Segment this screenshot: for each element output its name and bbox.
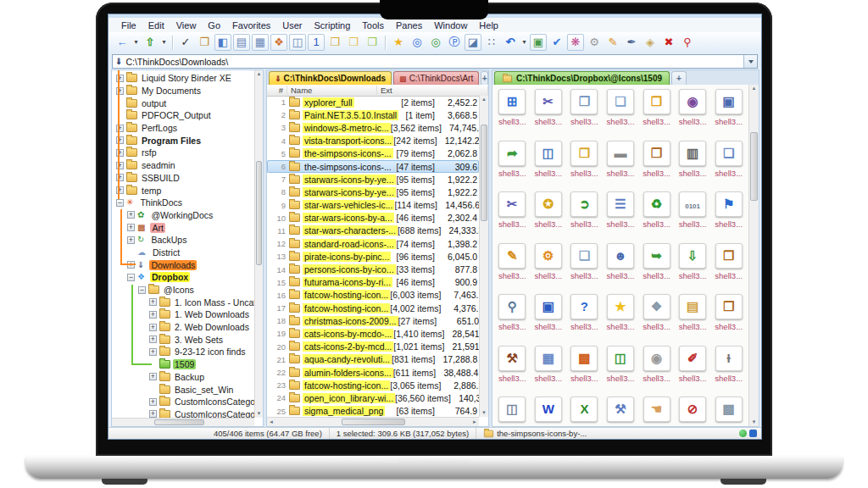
new-tab-button[interactable]: + (481, 71, 488, 85)
tree-expander[interactable]: + (149, 410, 157, 418)
folder-history-button[interactable]: ❒ (326, 34, 343, 51)
check-v-button[interactable]: ✔ (548, 34, 565, 51)
tree-expander[interactable]: + (149, 373, 157, 380)
up-dropdown[interactable]: ▾ (160, 34, 168, 51)
shell-icon-item[interactable]: ❖shell3... (638, 290, 675, 341)
tree-item[interactable]: ☁District (113, 247, 254, 259)
tree-expander[interactable]: − (127, 274, 135, 281)
shell-icon-item[interactable]: ☰shell3... (603, 187, 639, 239)
scroll-up-arrow[interactable]: ▲ (255, 70, 263, 78)
tree-item[interactable]: +PerfLogs (113, 122, 254, 135)
tree-expander[interactable]: + (149, 324, 157, 331)
tree-item[interactable]: +✿@WorkingDocs (113, 209, 254, 222)
up-button[interactable]: ⇧ (142, 34, 159, 51)
file-row[interactable]: 25sigma_medical_png[63 items]764.9 (267, 405, 479, 418)
tree-item[interactable]: −@Icons (113, 284, 254, 297)
address-dropdown-button[interactable] (743, 55, 757, 68)
nav-panel-toggle[interactable]: ◧ (214, 34, 231, 51)
paste-button[interactable]: ❐ (196, 34, 213, 51)
file-row[interactable]: 9star-wars-vehicles-ic...[114 items]14,4… (267, 199, 479, 212)
tree-item[interactable]: +SSBUILD (113, 172, 254, 185)
menu-edit[interactable]: Edit (142, 19, 170, 31)
shell-icon-item[interactable]: ❒shell3... (566, 136, 603, 188)
shell-icon-item[interactable]: ◉shell3... (675, 85, 711, 136)
catalog-target-button[interactable]: ◎ (409, 34, 426, 51)
scroll-right-arrow[interactable]: ► (471, 418, 478, 427)
menu-scripting[interactable]: Scripting (309, 19, 357, 31)
file-row[interactable]: 17fatcow-hosting-icon...[4,002 items]4,3… (267, 302, 479, 314)
tree-expander[interactable]: + (127, 224, 135, 231)
menu-favorites[interactable]: Favorites (226, 19, 276, 31)
scroll-up-arrow[interactable]: ▲ (480, 96, 488, 103)
shell-icon-item[interactable]: ▩shell3... (710, 392, 747, 426)
shell-icon-item[interactable]: ❒shell3... (710, 239, 747, 291)
shell-icon-item[interactable]: ⚒shell3... (494, 341, 531, 393)
folder-button[interactable]: ❒ (345, 34, 362, 51)
tree-item[interactable]: +1. Web Downloads (113, 308, 254, 321)
shell-icon-item[interactable]: ❐shell3... (638, 136, 675, 188)
file-row[interactable]: 11star-wars-characters-...[688 items]24,… (267, 225, 479, 237)
file-row[interactable]: 14persons-icons-by-ico...[33 items]877.8 (267, 263, 479, 275)
shell-icon-item[interactable]: ▤shell3... (675, 290, 711, 341)
shell-icon-item[interactable]: ⚒shell3... (603, 392, 639, 426)
tree-item[interactable]: +↻BackUps (113, 234, 254, 247)
tree-item[interactable]: −✳ThinkDocs (113, 197, 254, 209)
column-number[interactable]: # (267, 86, 287, 95)
shell-icon-item[interactable]: ◫shell3... (494, 392, 531, 426)
file-row[interactable]: 24open_icon_library-wi...[36,560 items]1… (267, 391, 479, 404)
shell-icon-item[interactable]: ?shell3... (566, 290, 603, 341)
settings-gear-button[interactable]: ⚙ (586, 34, 603, 51)
file-row[interactable]: 16fatcow-hosting-icon...[6,003 items]7,4… (267, 289, 479, 302)
tab-downloads[interactable]: ⇓ C:\ThinkDocs\Downloads (269, 71, 392, 85)
scrollbar-thumb[interactable] (256, 161, 262, 265)
scroll-down-arrow[interactable]: ▼ (749, 419, 759, 426)
menu-help[interactable]: Help (473, 19, 504, 31)
tree-expander[interactable]: + (127, 211, 135, 219)
scroll-down-arrow[interactable]: ▼ (255, 410, 263, 418)
tree-item[interactable]: +My Documents (113, 85, 254, 97)
column-name[interactable]: Name (287, 86, 377, 95)
file-row[interactable]: 19cats-icons-by-mcdo-...[1,410 items]28,… (267, 327, 479, 340)
tree-item[interactable]: output (113, 97, 254, 109)
file-row[interactable]: 7starwars-icons-by-ye...[95 items]1,922.… (267, 173, 479, 186)
shell-icon-item[interactable]: ☻shell3... (603, 239, 639, 291)
list-view-button[interactable]: ▦ (252, 34, 269, 51)
edit-pencil-button[interactable]: ✎ (604, 34, 621, 51)
file-row[interactable]: 2Paint.NET.3.5.10.Install[1 item]3,668.5 (267, 108, 479, 121)
tree-item[interactable]: Basic_set_Win (113, 383, 254, 396)
menu-go[interactable]: Go (202, 19, 226, 31)
brush-button[interactable]: ✒ (623, 34, 640, 51)
shell-icon-item[interactable]: ➥shell3... (638, 239, 675, 291)
scrollbar-thumb[interactable] (481, 125, 487, 221)
tree-item[interactable]: +▩Art (113, 221, 254, 234)
tree-item[interactable]: +CustomIconsCategorizedC (113, 408, 254, 418)
file-row[interactable]: 15futurama-icons-by-ri...[46 items]900.9 (267, 276, 479, 289)
preview-pane-button[interactable]: ◪ (465, 34, 481, 51)
shell-icon-item[interactable]: ♻shell3... (638, 187, 675, 239)
file-row[interactable]: 4vista-transport-icons...[242 items]12,1… (267, 135, 479, 147)
details-view-button[interactable]: ▤ (233, 34, 250, 51)
tree-item[interactable]: +seadmin (113, 159, 254, 172)
color-filter-button[interactable]: ❋ (567, 34, 584, 51)
shell-icon-item[interactable]: ✪shell3... (531, 187, 567, 239)
tree-item[interactable]: +temp (113, 184, 254, 197)
tree-expander[interactable]: + (127, 236, 135, 244)
shell-icon-item[interactable]: ▦shell3... (531, 341, 567, 393)
tab-art[interactable]: ▩ C:\ThinkDocs\Art (393, 71, 479, 85)
shell-icon-item[interactable]: ▩shell3... (566, 341, 603, 393)
file-row[interactable]: 22alumin-folders-icons...[611 items]38,4… (267, 366, 479, 379)
new-folder-button[interactable]: ❒ (364, 34, 381, 51)
scroll-left-arrow[interactable]: ◄ (268, 418, 275, 427)
file-row[interactable]: 1xyplorer_full[2 items]2,452.2 (267, 96, 479, 108)
tree-expander[interactable]: + (149, 298, 157, 306)
pin-button[interactable]: ⚲ (679, 34, 696, 51)
file-row[interactable]: 20cats-icons-2-by-mcd...[1,021 items]21,… (267, 341, 479, 353)
new-tab-button[interactable]: + (671, 71, 687, 85)
column-ext[interactable]: Ext (377, 86, 488, 95)
shell-icon-item[interactable]: ✐shell3... (675, 341, 711, 393)
image-preview-button[interactable]: ▣ (530, 34, 547, 51)
shell-icon-item[interactable]: ▬shell3... (603, 136, 639, 188)
paper-folio-button[interactable]: Ⓟ (446, 34, 463, 51)
file-row[interactable]: 8starwars-icons-by-ye...[95 items]1,922.… (267, 186, 479, 198)
shell-icon-item[interactable]: Wshell3... (531, 392, 567, 426)
